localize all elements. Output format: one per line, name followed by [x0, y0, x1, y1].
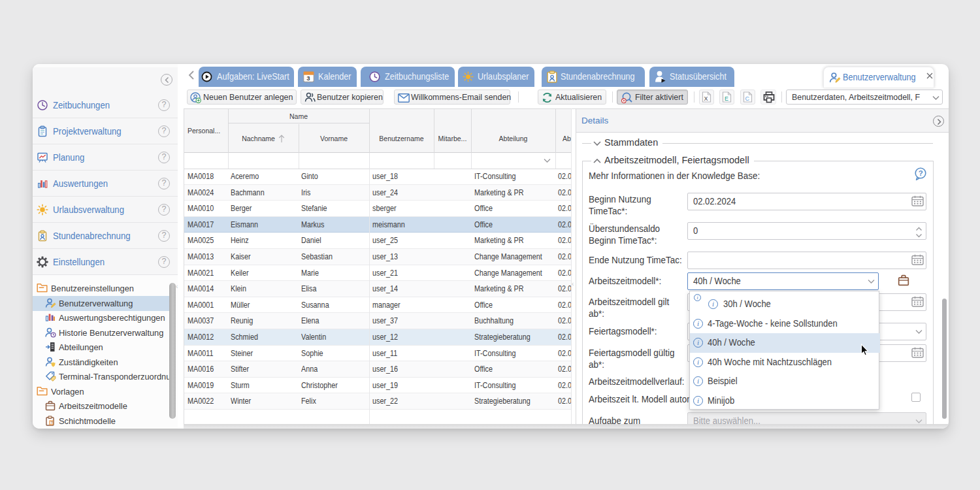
svg-text:?: ?: [919, 169, 923, 177]
svg-text:X: X: [704, 95, 708, 102]
svg-text:E: E: [725, 95, 728, 102]
svg-text:C: C: [745, 95, 750, 102]
svg-text:3: 3: [306, 74, 310, 82]
svg-text:7: 7: [50, 421, 52, 425]
